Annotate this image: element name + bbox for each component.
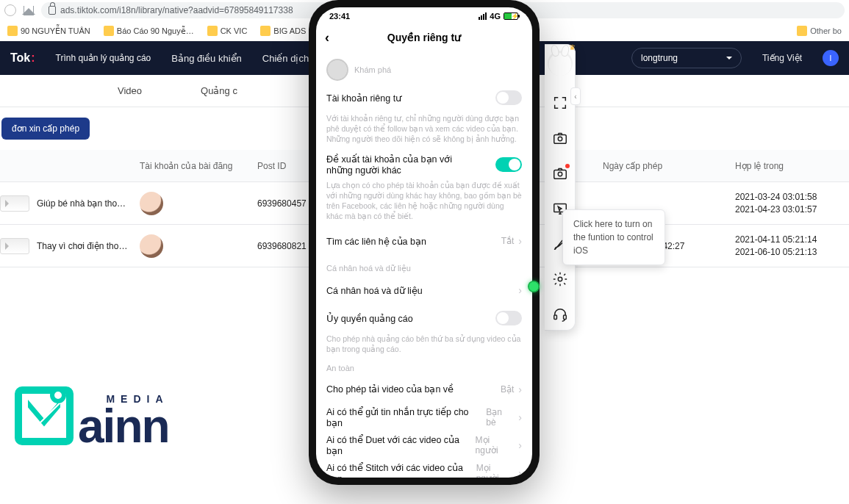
chevron-right-icon: › [518, 384, 522, 395]
row-personalization[interactable]: Cá nhân hoá và dữ liệu › [326, 276, 522, 304]
battery-icon [504, 12, 518, 20]
row-suggest-account[interactable]: Đề xuất tài khoản của bạn với những ngườ… [326, 151, 522, 179]
record-icon[interactable] [552, 165, 568, 181]
phone-navbar: ‹ Quyền riêng tư [316, 25, 532, 50]
video-thumbnail[interactable] [0, 238, 29, 254]
row-download[interactable]: Cho phép tải video của bạn về Bật› [326, 375, 522, 403]
svg-rect-0 [554, 134, 566, 143]
phone-title: Quyền riêng tư [387, 32, 461, 43]
account-name: longtrung [641, 53, 678, 63]
svg-point-1 [558, 137, 562, 141]
folder-icon [7, 26, 18, 36]
svg-rect-2 [554, 170, 566, 179]
bookmark-item[interactable]: BIG ADS [260, 26, 306, 36]
row-dm[interactable]: Ai có thể gửi tin nhắn trực tiếp cho bạn… [326, 403, 522, 431]
svg-point-5 [558, 277, 562, 281]
camera-icon[interactable] [552, 130, 568, 146]
tab-video[interactable]: Video [118, 85, 142, 96]
folder-icon [797, 26, 807, 36]
row-find-contacts[interactable]: Tìm các liên hệ của bạn Tắt› [326, 227, 522, 255]
chevron-right-icon: › [518, 284, 522, 296]
network-label: 4G [490, 12, 501, 21]
valid-range: 2021-03-24 03:01:582021-04-23 03:01:57 [735, 191, 849, 216]
permit-button[interactable]: đơn xin cấp phép [1, 118, 90, 140]
tab-quangcao[interactable]: Quảng c [201, 85, 237, 96]
toggle-private[interactable] [495, 90, 522, 105]
valid-range: 2021-04-11 05:21:142021-06-10 05:21:13 [735, 234, 849, 259]
row-ad-auth[interactable]: Ủy quyền quảng cáo [326, 304, 522, 332]
avatar[interactable]: I [823, 50, 839, 66]
watermark-logo: MEDIA ainn [15, 386, 169, 445]
tooltip: Click here to turn on the funtion to con… [562, 209, 665, 265]
row-duet[interactable]: Ai có thể Duet với các video của bạn Mọi… [326, 431, 522, 459]
video-title: Thay vì chơi điện tho… [37, 241, 127, 251]
th-valid: Hợp lệ trong [735, 161, 849, 171]
bookmark-item[interactable]: 90 NGUYỄN TUÂN [7, 26, 90, 36]
account-dropdown[interactable]: longtrung [631, 48, 742, 68]
other-bookmarks[interactable]: Other bo [797, 26, 842, 36]
chevron-down-icon [726, 57, 732, 62]
reload-icon[interactable] [4, 4, 16, 16]
svg-rect-6 [554, 315, 556, 320]
status-bar: 23:41 4G ⚡ [316, 7, 532, 25]
section-safety: An toàn [326, 364, 522, 372]
chevron-right-icon: › [518, 411, 522, 423]
desc-private: Với tài khoản riêng tư, chỉ những người … [326, 113, 522, 145]
post-avatar[interactable] [140, 234, 163, 258]
chevron-right-icon: › [518, 467, 522, 478]
section-personalization: Cá nhân hoá và dữ liệu [326, 264, 522, 273]
folder-icon [260, 26, 271, 36]
profile-placeholder [326, 59, 348, 81]
remote-cursor [528, 281, 540, 292]
toggle-suggest[interactable] [495, 157, 522, 172]
chevron-right-icon: › [518, 235, 522, 247]
toggle-ad-auth[interactable] [495, 311, 522, 325]
folder-icon [104, 26, 114, 36]
logo-tag: MEDIA [106, 393, 168, 405]
settings-icon[interactable] [552, 271, 568, 287]
phone-frame: 23:41 4G ⚡ ‹ Quyền riêng tư Khám phá Tài… [309, 0, 540, 485]
svg-rect-7 [563, 315, 566, 320]
chevron-right-icon: › [518, 439, 522, 451]
tool-rail: ♛ ‹ [545, 44, 576, 331]
bookmark-item[interactable]: Báo Cáo 90 Nguyễ… [104, 26, 194, 36]
row-private-account[interactable]: Tài khoản riêng tư [326, 84, 522, 112]
phone-screen: 23:41 4G ⚡ ‹ Quyền riêng tư Khám phá Tài… [316, 7, 532, 478]
post-avatar[interactable] [140, 192, 163, 215]
video-thumbnail[interactable] [0, 195, 29, 212]
th-date[interactable]: Ngày cấp phép [603, 161, 735, 171]
desc-ad-auth: Cho phép nhà quảng cáo bên thứ ba sử dụn… [326, 334, 522, 354]
desc-suggest: Lựa chọn có cho phép tài khoản của bạn đ… [326, 180, 522, 222]
video-title: Giúp bé nhà bạn tho… [37, 198, 126, 209]
collapse-handle[interactable]: ‹ [570, 87, 581, 105]
folder-icon [207, 26, 218, 36]
mascot-icon[interactable]: ♛ [548, 51, 573, 76]
fullscreen-icon[interactable] [552, 95, 568, 111]
lock-icon [49, 6, 56, 15]
headset-icon[interactable] [552, 306, 568, 323]
home-icon[interactable] [24, 6, 34, 15]
section-discover: Khám phá [326, 59, 522, 81]
back-icon[interactable]: ‹ [325, 30, 329, 46]
svg-point-3 [558, 172, 562, 176]
bookmark-item[interactable]: CK VIC [207, 26, 248, 36]
nav-dashboard[interactable]: Bảng điều khiển [171, 53, 242, 64]
th-account: Tài khoản của bài đăng [140, 161, 257, 171]
logo-dot [50, 387, 66, 403]
language-select[interactable]: Tiếng Việt [762, 53, 802, 63]
row-stitch[interactable]: Ai có thể Stitch với các video của bạn M… [326, 459, 522, 478]
rec-dot-icon [565, 164, 570, 168]
logo-text: ainn [78, 408, 169, 445]
signal-icon [479, 12, 487, 20]
status-time: 23:41 [329, 12, 350, 21]
header-subtitle: Trình quản lý quảng cáo [56, 53, 151, 63]
url-text: ads.tiktok.com/i18n/library/native?aadvi… [60, 5, 293, 15]
nav-campaign[interactable]: Chiến dịch [262, 53, 309, 64]
logo[interactable]: Tok [10, 51, 35, 65]
crown-icon: ♛ [569, 43, 576, 51]
